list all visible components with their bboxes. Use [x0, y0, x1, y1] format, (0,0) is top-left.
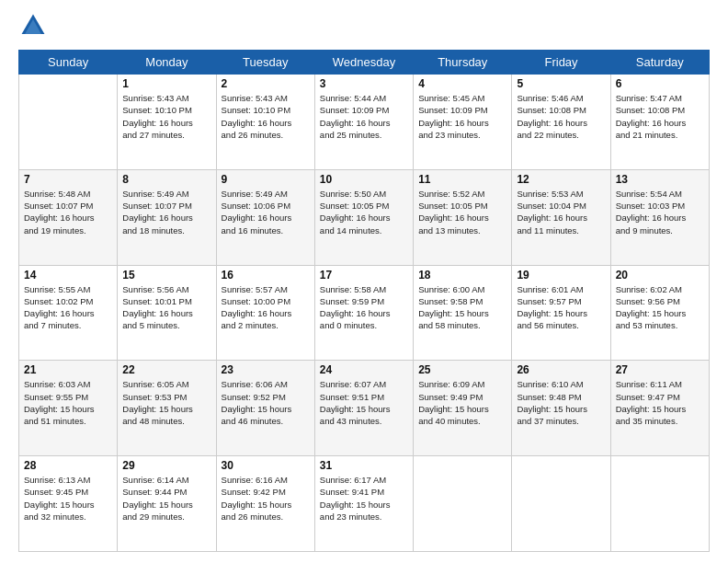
- calendar-day-cell: 7Sunrise: 5:48 AM Sunset: 10:07 PM Dayli…: [19, 169, 118, 265]
- calendar-day-cell: 22Sunrise: 6:05 AM Sunset: 9:53 PM Dayli…: [118, 361, 216, 456]
- day-info: Sunrise: 5:56 AM Sunset: 10:01 PM Daylig…: [122, 283, 210, 332]
- day-info: Sunrise: 6:06 AM Sunset: 9:52 PM Dayligh…: [222, 378, 310, 427]
- day-number: 6: [616, 77, 704, 90]
- day-number: 11: [418, 173, 506, 186]
- day-number: 8: [122, 173, 210, 186]
- day-info: Sunrise: 5:49 AM Sunset: 10:06 PM Daylig…: [222, 188, 310, 236]
- day-info: Sunrise: 6:03 AM Sunset: 9:55 PM Dayligh…: [24, 378, 112, 427]
- day-info: Sunrise: 6:05 AM Sunset: 9:53 PM Dayligh…: [122, 378, 210, 427]
- day-info: Sunrise: 5:49 AM Sunset: 10:07 PM Daylig…: [122, 188, 210, 236]
- day-info: Sunrise: 6:00 AM Sunset: 9:58 PM Dayligh…: [418, 283, 506, 332]
- day-info: Sunrise: 5:48 AM Sunset: 10:07 PM Daylig…: [24, 188, 112, 236]
- calendar-empty-cell: [610, 456, 709, 552]
- calendar-day-cell: 18Sunrise: 6:00 AM Sunset: 9:58 PM Dayli…: [414, 265, 512, 361]
- day-number: 20: [616, 269, 704, 282]
- day-number: 5: [517, 77, 605, 90]
- calendar-day-cell: 10Sunrise: 5:50 AM Sunset: 10:05 PM Dayl…: [314, 169, 413, 265]
- day-info: Sunrise: 6:11 AM Sunset: 9:47 PM Dayligh…: [616, 378, 704, 427]
- day-number: 26: [517, 363, 605, 376]
- day-info: Sunrise: 5:45 AM Sunset: 10:09 PM Daylig…: [418, 92, 506, 141]
- day-number: 4: [418, 77, 506, 90]
- calendar-day-cell: 27Sunrise: 6:11 AM Sunset: 9:47 PM Dayli…: [610, 361, 709, 456]
- day-number: 31: [320, 459, 408, 472]
- day-number: 9: [222, 173, 310, 186]
- day-info: Sunrise: 5:53 AM Sunset: 10:04 PM Daylig…: [517, 188, 605, 236]
- calendar-week-row: 28Sunrise: 6:13 AM Sunset: 9:45 PM Dayli…: [19, 456, 710, 552]
- day-number: 23: [222, 363, 310, 376]
- day-number: 21: [24, 363, 112, 376]
- calendar-day-cell: 9Sunrise: 5:49 AM Sunset: 10:06 PM Dayli…: [216, 169, 314, 265]
- day-of-week-header: Saturday: [610, 51, 709, 75]
- calendar-day-cell: 11Sunrise: 5:52 AM Sunset: 10:05 PM Dayl…: [414, 169, 512, 265]
- day-number: 2: [222, 77, 310, 90]
- calendar-day-cell: 3Sunrise: 5:44 AM Sunset: 10:09 PM Dayli…: [314, 75, 413, 170]
- calendar-empty-cell: [19, 75, 118, 170]
- day-info: Sunrise: 6:07 AM Sunset: 9:51 PM Dayligh…: [320, 378, 408, 427]
- calendar-day-cell: 31Sunrise: 6:17 AM Sunset: 9:41 PM Dayli…: [314, 456, 413, 552]
- calendar-day-cell: 16Sunrise: 5:57 AM Sunset: 10:00 PM Dayl…: [216, 265, 314, 361]
- calendar-week-row: 1Sunrise: 5:43 AM Sunset: 10:10 PM Dayli…: [19, 75, 710, 170]
- day-of-week-header: Tuesday: [216, 51, 314, 75]
- calendar-week-row: 7Sunrise: 5:48 AM Sunset: 10:07 PM Dayli…: [19, 169, 710, 265]
- calendar-day-cell: 25Sunrise: 6:09 AM Sunset: 9:49 PM Dayli…: [414, 361, 512, 456]
- day-info: Sunrise: 5:47 AM Sunset: 10:08 PM Daylig…: [616, 92, 704, 141]
- day-info: Sunrise: 5:43 AM Sunset: 10:10 PM Daylig…: [122, 92, 210, 141]
- day-number: 17: [320, 269, 408, 282]
- calendar-day-cell: 26Sunrise: 6:10 AM Sunset: 9:48 PM Dayli…: [512, 361, 610, 456]
- calendar-day-cell: 17Sunrise: 5:58 AM Sunset: 9:59 PM Dayli…: [314, 265, 413, 361]
- day-number: 16: [222, 269, 310, 282]
- calendar-day-cell: 29Sunrise: 6:14 AM Sunset: 9:44 PM Dayli…: [118, 456, 216, 552]
- day-number: 18: [418, 269, 506, 282]
- calendar-empty-cell: [512, 456, 610, 552]
- day-info: Sunrise: 6:02 AM Sunset: 9:56 PM Dayligh…: [616, 283, 704, 332]
- calendar-day-cell: 14Sunrise: 5:55 AM Sunset: 10:02 PM Dayl…: [19, 265, 118, 361]
- day-of-week-header: Thursday: [414, 51, 512, 75]
- day-number: 1: [122, 77, 210, 90]
- day-number: 15: [122, 269, 210, 282]
- calendar-day-cell: 19Sunrise: 6:01 AM Sunset: 9:57 PM Dayli…: [512, 265, 610, 361]
- day-info: Sunrise: 6:13 AM Sunset: 9:45 PM Dayligh…: [24, 474, 112, 523]
- day-info: Sunrise: 5:55 AM Sunset: 10:02 PM Daylig…: [24, 283, 112, 332]
- calendar-table: SundayMondayTuesdayWednesdayThursdayFrid…: [18, 50, 710, 552]
- calendar-empty-cell: [414, 456, 512, 552]
- day-info: Sunrise: 6:09 AM Sunset: 9:49 PM Dayligh…: [418, 378, 506, 427]
- day-of-week-header: Wednesday: [314, 51, 413, 75]
- day-info: Sunrise: 6:10 AM Sunset: 9:48 PM Dayligh…: [517, 378, 605, 427]
- calendar-day-cell: 6Sunrise: 5:47 AM Sunset: 10:08 PM Dayli…: [610, 75, 709, 170]
- calendar-day-cell: 15Sunrise: 5:56 AM Sunset: 10:01 PM Dayl…: [118, 265, 216, 361]
- day-number: 3: [320, 77, 408, 90]
- day-info: Sunrise: 5:52 AM Sunset: 10:05 PM Daylig…: [418, 188, 506, 236]
- day-number: 25: [418, 363, 506, 376]
- calendar-day-cell: 30Sunrise: 6:16 AM Sunset: 9:42 PM Dayli…: [216, 456, 314, 552]
- day-info: Sunrise: 6:14 AM Sunset: 9:44 PM Dayligh…: [122, 474, 210, 523]
- page: SundayMondayTuesdayWednesdayThursdayFrid…: [0, 0, 728, 563]
- day-info: Sunrise: 5:57 AM Sunset: 10:00 PM Daylig…: [222, 283, 310, 332]
- calendar-day-cell: 20Sunrise: 6:02 AM Sunset: 9:56 PM Dayli…: [610, 265, 709, 361]
- day-number: 13: [616, 173, 704, 186]
- calendar-day-cell: 24Sunrise: 6:07 AM Sunset: 9:51 PM Dayli…: [314, 361, 413, 456]
- day-info: Sunrise: 5:54 AM Sunset: 10:03 PM Daylig…: [616, 188, 704, 236]
- day-number: 22: [122, 363, 210, 376]
- header: [18, 15, 710, 40]
- day-info: Sunrise: 6:01 AM Sunset: 9:57 PM Dayligh…: [517, 283, 605, 332]
- calendar-week-row: 21Sunrise: 6:03 AM Sunset: 9:55 PM Dayli…: [19, 361, 710, 456]
- day-of-week-header: Monday: [118, 51, 216, 75]
- calendar-day-cell: 4Sunrise: 5:45 AM Sunset: 10:09 PM Dayli…: [414, 75, 512, 170]
- day-number: 7: [24, 173, 112, 186]
- calendar-week-row: 14Sunrise: 5:55 AM Sunset: 10:02 PM Dayl…: [19, 265, 710, 361]
- calendar-day-cell: 2Sunrise: 5:43 AM Sunset: 10:10 PM Dayli…: [216, 75, 314, 170]
- calendar-day-cell: 12Sunrise: 5:53 AM Sunset: 10:04 PM Dayl…: [512, 169, 610, 265]
- calendar-day-cell: 1Sunrise: 5:43 AM Sunset: 10:10 PM Dayli…: [118, 75, 216, 170]
- calendar-day-cell: 21Sunrise: 6:03 AM Sunset: 9:55 PM Dayli…: [19, 361, 118, 456]
- day-number: 24: [320, 363, 408, 376]
- day-number: 30: [222, 459, 310, 472]
- day-info: Sunrise: 5:58 AM Sunset: 9:59 PM Dayligh…: [320, 283, 408, 332]
- day-number: 19: [517, 269, 605, 282]
- day-number: 27: [616, 363, 704, 376]
- calendar-day-cell: 28Sunrise: 6:13 AM Sunset: 9:45 PM Dayli…: [19, 456, 118, 552]
- day-of-week-header: Friday: [512, 51, 610, 75]
- day-info: Sunrise: 5:44 AM Sunset: 10:09 PM Daylig…: [320, 92, 408, 141]
- calendar-day-cell: 8Sunrise: 5:49 AM Sunset: 10:07 PM Dayli…: [118, 169, 216, 265]
- day-number: 28: [24, 459, 112, 472]
- day-number: 14: [24, 269, 112, 282]
